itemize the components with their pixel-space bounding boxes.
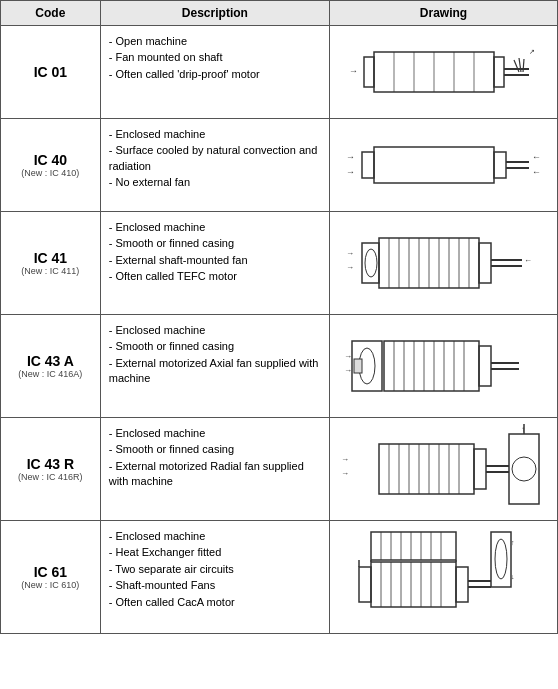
list-item: Enclosed machine: [109, 220, 321, 235]
code-cell: IC 01: [1, 26, 101, 119]
list-item: Enclosed machine: [109, 426, 321, 441]
code-main: IC 01: [9, 64, 92, 80]
description-list: Enclosed machineHeat Exchanger fittedTwo…: [109, 529, 321, 610]
description-list: Enclosed machineSmooth or finned casingE…: [109, 426, 321, 490]
drawing-cell: → →: [330, 315, 558, 418]
code-new: (New : IC 410): [9, 168, 92, 178]
code-main: IC 43 A: [9, 353, 92, 369]
header-drawing: Drawing: [330, 1, 558, 26]
description-cell: Enclosed machineSurface cooled by natura…: [100, 119, 329, 212]
svg-text:→: →: [344, 366, 352, 375]
table-row: IC 41(New : IC 411)Enclosed machineSmoot…: [1, 212, 558, 315]
drawing-cell: → ↗: [330, 26, 558, 119]
svg-rect-1: [364, 57, 374, 87]
svg-text:↑: ↑: [521, 425, 525, 434]
svg-rect-2: [494, 57, 504, 87]
svg-rect-15: [374, 147, 494, 183]
code-main: IC 41: [9, 250, 92, 266]
description-cell: Open machineFan mounted on shaftOften ca…: [100, 26, 329, 119]
svg-text:→: →: [341, 455, 349, 464]
svg-text:→: →: [346, 263, 354, 272]
description-list: Enclosed machineSmooth or finned casingE…: [109, 323, 321, 387]
code-cell: IC 40(New : IC 410): [1, 119, 101, 212]
list-item: Smooth or finned casing: [109, 236, 321, 251]
code-cell: IC 43 R(New : IC 416R): [1, 418, 101, 521]
list-item: Heat Exchanger fitted: [109, 545, 321, 560]
list-item: Smooth or finned casing: [109, 442, 321, 457]
table-row: IC 43 A(New : IC 416A)Enclosed machineSm…: [1, 315, 558, 418]
svg-line-7: [523, 59, 524, 72]
svg-text:↑: ↑: [511, 539, 515, 546]
svg-rect-86: [456, 567, 468, 602]
code-new: (New : IC 610): [9, 580, 92, 590]
svg-rect-16: [362, 152, 374, 178]
list-item: Often called TEFC motor: [109, 269, 321, 284]
svg-text:←: ←: [524, 256, 532, 265]
code-new: (New : IC 416A): [9, 369, 92, 379]
svg-text:→: →: [349, 66, 358, 76]
code-new: (New : IC 411): [9, 266, 92, 276]
list-item: Surface cooled by natural convection and…: [109, 143, 321, 174]
drawing-cell: ↑ → →: [330, 418, 558, 521]
svg-text:→: →: [346, 152, 355, 162]
table-row: IC 61(New : IC 610)Enclosed machineHeat …: [1, 521, 558, 634]
list-item: Enclosed machine: [109, 127, 321, 142]
svg-rect-36: [479, 243, 491, 283]
code-main: IC 61: [9, 564, 92, 580]
code-cell: IC 61(New : IC 610): [1, 521, 101, 634]
drawing-cell: → → ←: [330, 212, 558, 315]
svg-text:→: →: [346, 249, 354, 258]
description-list: Open machineFan mounted on shaftOften ca…: [109, 34, 321, 82]
description-cell: Enclosed machineSmooth or finned casingE…: [100, 418, 329, 521]
svg-rect-51: [479, 346, 491, 386]
svg-text:→: →: [346, 167, 355, 177]
table-row: IC 01Open machineFan mounted on shaftOft…: [1, 26, 558, 119]
list-item: Two separate air circuits: [109, 562, 321, 577]
description-cell: Enclosed machineSmooth or finned casingE…: [100, 212, 329, 315]
code-cell: IC 41(New : IC 411): [1, 212, 101, 315]
code-main: IC 40: [9, 152, 92, 168]
svg-point-101: [495, 539, 507, 579]
svg-point-35: [365, 249, 377, 277]
svg-text:↓: ↓: [511, 573, 515, 580]
description-cell: Enclosed machineHeat Exchanger fittedTwo…: [100, 521, 329, 634]
svg-text:→: →: [341, 469, 349, 478]
list-item: Enclosed machine: [109, 323, 321, 338]
list-item: External shaft-mounted fan: [109, 253, 321, 268]
header-description: Description: [100, 1, 329, 26]
list-item: Shaft-mounted Fans: [109, 578, 321, 593]
list-item: Open machine: [109, 34, 321, 49]
svg-rect-56: [354, 359, 362, 373]
table-row: IC 40(New : IC 410)Enclosed machineSurfa…: [1, 119, 558, 212]
list-item: Smooth or finned casing: [109, 339, 321, 354]
code-cell: IC 43 A(New : IC 416A): [1, 315, 101, 418]
svg-rect-59: [379, 444, 474, 494]
description-list: Enclosed machineSurface cooled by natura…: [109, 127, 321, 191]
svg-text:↗: ↗: [529, 48, 535, 55]
svg-rect-71: [509, 434, 539, 504]
header-code: Code: [1, 1, 101, 26]
description-cell: Enclosed machineSmooth or finned casingE…: [100, 315, 329, 418]
svg-point-72: [512, 457, 536, 481]
list-item: Fan mounted on shaft: [109, 50, 321, 65]
code-main: IC 43 R: [9, 456, 92, 472]
drawing-cell: → → ← ←: [330, 119, 558, 212]
list-item: Enclosed machine: [109, 529, 321, 544]
list-item: External motorized Axial fan supplied wi…: [109, 356, 321, 387]
svg-text:←: ←: [532, 152, 541, 162]
list-item: No external fan: [109, 175, 321, 190]
svg-rect-85: [359, 567, 371, 602]
table-row: IC 43 R(New : IC 416R)Enclosed machineSm…: [1, 418, 558, 521]
svg-line-5: [514, 60, 519, 72]
svg-rect-17: [494, 152, 506, 178]
code-new: (New : IC 416R): [9, 472, 92, 482]
list-item: Often called 'drip-proof' motor: [109, 67, 321, 82]
svg-rect-77: [371, 562, 456, 607]
svg-rect-68: [474, 449, 486, 489]
svg-text:←: ←: [532, 167, 541, 177]
list-item: Often called CacA motor: [109, 595, 321, 610]
description-list: Enclosed machineSmooth or finned casingE…: [109, 220, 321, 285]
drawing-cell: ↑ ↓: [330, 521, 558, 634]
svg-rect-89: [371, 532, 456, 560]
motor-cooling-table: Code Description Drawing IC 01Open machi…: [0, 0, 558, 634]
